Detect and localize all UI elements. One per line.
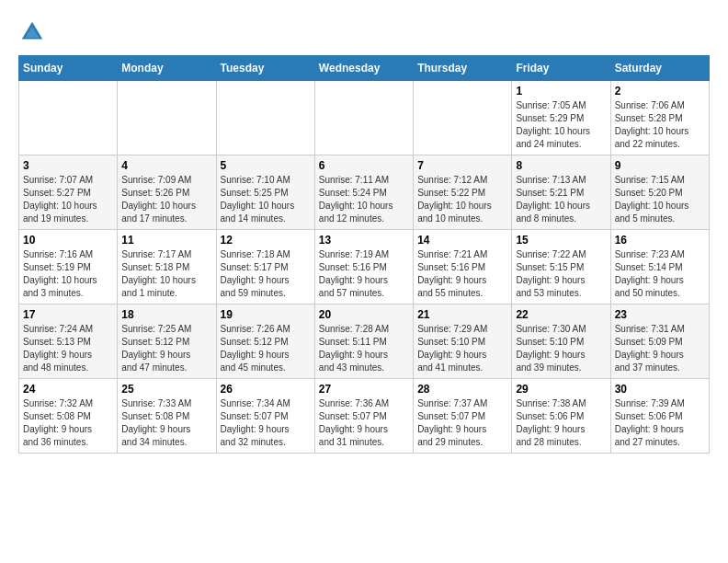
day-info: Sunrise: 7:15 AM Sunset: 5:20 PM Dayligh… xyxy=(615,174,705,225)
calendar-cell: 23Sunrise: 7:31 AM Sunset: 5:09 PM Dayli… xyxy=(610,304,709,379)
calendar-cell xyxy=(118,81,216,155)
day-number: 15 xyxy=(516,234,606,247)
calendar-cell: 18Sunrise: 7:25 AM Sunset: 5:12 PM Dayli… xyxy=(118,304,216,379)
day-number: 8 xyxy=(516,159,606,172)
day-number: 17 xyxy=(23,308,113,321)
day-of-week-header: Wednesday xyxy=(314,56,413,81)
calendar-cell: 28Sunrise: 7:37 AM Sunset: 5:07 PM Dayli… xyxy=(414,379,512,454)
day-of-week-header: Monday xyxy=(118,56,216,81)
day-of-week-header: Tuesday xyxy=(216,56,314,81)
calendar-cell xyxy=(216,81,314,155)
calendar-cell: 12Sunrise: 7:18 AM Sunset: 5:17 PM Dayli… xyxy=(216,230,314,304)
day-info: Sunrise: 7:22 AM Sunset: 5:15 PM Dayligh… xyxy=(516,248,606,300)
calendar-cell: 9Sunrise: 7:15 AM Sunset: 5:20 PM Daylig… xyxy=(610,155,709,230)
day-info: Sunrise: 7:12 AM Sunset: 5:22 PM Dayligh… xyxy=(417,174,507,225)
day-info: Sunrise: 7:17 AM Sunset: 5:18 PM Dayligh… xyxy=(121,248,211,300)
day-info: Sunrise: 7:11 AM Sunset: 5:24 PM Dayligh… xyxy=(319,174,409,225)
calendar-cell: 5Sunrise: 7:10 AM Sunset: 5:25 PM Daylig… xyxy=(216,155,314,230)
day-info: Sunrise: 7:36 AM Sunset: 5:07 PM Dayligh… xyxy=(319,397,409,449)
day-number: 4 xyxy=(121,159,211,172)
day-number: 14 xyxy=(417,234,507,247)
calendar-cell: 24Sunrise: 7:32 AM Sunset: 5:08 PM Dayli… xyxy=(19,379,118,454)
page-header xyxy=(18,18,710,46)
day-number: 22 xyxy=(516,308,606,321)
calendar-cell xyxy=(314,81,413,155)
day-number: 23 xyxy=(615,308,705,321)
calendar-cell: 27Sunrise: 7:36 AM Sunset: 5:07 PM Dayli… xyxy=(314,379,413,454)
logo xyxy=(18,18,48,46)
day-info: Sunrise: 7:23 AM Sunset: 5:14 PM Dayligh… xyxy=(615,248,705,300)
calendar-cell: 8Sunrise: 7:13 AM Sunset: 5:21 PM Daylig… xyxy=(512,155,610,230)
calendar-cell: 22Sunrise: 7:30 AM Sunset: 5:10 PM Dayli… xyxy=(512,304,610,379)
calendar-cell: 26Sunrise: 7:34 AM Sunset: 5:07 PM Dayli… xyxy=(216,379,314,454)
calendar-cell: 30Sunrise: 7:39 AM Sunset: 5:06 PM Dayli… xyxy=(610,379,709,454)
calendar-cell: 13Sunrise: 7:19 AM Sunset: 5:16 PM Dayli… xyxy=(314,230,413,304)
day-number: 26 xyxy=(221,383,311,396)
day-number: 18 xyxy=(121,308,211,321)
day-number: 12 xyxy=(221,234,311,247)
day-info: Sunrise: 7:37 AM Sunset: 5:07 PM Dayligh… xyxy=(417,397,507,449)
day-number: 5 xyxy=(221,159,311,172)
day-info: Sunrise: 7:34 AM Sunset: 5:07 PM Dayligh… xyxy=(221,397,311,449)
calendar-cell: 7Sunrise: 7:12 AM Sunset: 5:22 PM Daylig… xyxy=(414,155,512,230)
day-info: Sunrise: 7:07 AM Sunset: 5:27 PM Dayligh… xyxy=(23,174,113,225)
day-info: Sunrise: 7:30 AM Sunset: 5:10 PM Dayligh… xyxy=(516,323,606,374)
day-number: 24 xyxy=(23,383,113,396)
day-info: Sunrise: 7:10 AM Sunset: 5:25 PM Dayligh… xyxy=(221,174,311,225)
day-of-week-header: Sunday xyxy=(19,56,118,81)
calendar-cell: 19Sunrise: 7:26 AM Sunset: 5:12 PM Dayli… xyxy=(216,304,314,379)
calendar-cell: 25Sunrise: 7:33 AM Sunset: 5:08 PM Dayli… xyxy=(118,379,216,454)
logo-icon xyxy=(18,18,46,46)
day-number: 1 xyxy=(516,85,606,98)
day-number: 9 xyxy=(615,159,705,172)
calendar-cell: 21Sunrise: 7:29 AM Sunset: 5:10 PM Dayli… xyxy=(414,304,512,379)
day-number: 30 xyxy=(615,383,705,396)
calendar-week-row: 3Sunrise: 7:07 AM Sunset: 5:27 PM Daylig… xyxy=(19,155,710,230)
day-info: Sunrise: 7:29 AM Sunset: 5:10 PM Dayligh… xyxy=(417,323,507,374)
day-number: 6 xyxy=(319,159,409,172)
day-info: Sunrise: 7:33 AM Sunset: 5:08 PM Dayligh… xyxy=(121,397,211,449)
day-info: Sunrise: 7:26 AM Sunset: 5:12 PM Dayligh… xyxy=(221,323,311,374)
day-number: 11 xyxy=(121,234,211,247)
day-of-week-header: Friday xyxy=(512,56,610,81)
day-number: 29 xyxy=(516,383,606,396)
day-info: Sunrise: 7:28 AM Sunset: 5:11 PM Dayligh… xyxy=(319,323,409,374)
calendar-table: SundayMondayTuesdayWednesdayThursdayFrid… xyxy=(18,55,710,454)
calendar-week-row: 1Sunrise: 7:05 AM Sunset: 5:29 PM Daylig… xyxy=(19,81,710,155)
day-number: 10 xyxy=(23,234,113,247)
day-info: Sunrise: 7:19 AM Sunset: 5:16 PM Dayligh… xyxy=(319,248,409,300)
calendar-week-row: 24Sunrise: 7:32 AM Sunset: 5:08 PM Dayli… xyxy=(19,379,710,454)
calendar-header-row: SundayMondayTuesdayWednesdayThursdayFrid… xyxy=(19,56,710,81)
calendar-cell: 15Sunrise: 7:22 AM Sunset: 5:15 PM Dayli… xyxy=(512,230,610,304)
day-number: 13 xyxy=(319,234,409,247)
day-info: Sunrise: 7:16 AM Sunset: 5:19 PM Dayligh… xyxy=(23,248,113,300)
calendar-cell: 11Sunrise: 7:17 AM Sunset: 5:18 PM Dayli… xyxy=(118,230,216,304)
day-info: Sunrise: 7:31 AM Sunset: 5:09 PM Dayligh… xyxy=(615,323,705,374)
day-number: 25 xyxy=(121,383,211,396)
day-info: Sunrise: 7:24 AM Sunset: 5:13 PM Dayligh… xyxy=(23,323,113,374)
calendar-cell: 17Sunrise: 7:24 AM Sunset: 5:13 PM Dayli… xyxy=(19,304,118,379)
day-info: Sunrise: 7:32 AM Sunset: 5:08 PM Dayligh… xyxy=(23,397,113,449)
calendar-cell: 2Sunrise: 7:06 AM Sunset: 5:28 PM Daylig… xyxy=(610,81,709,155)
day-info: Sunrise: 7:25 AM Sunset: 5:12 PM Dayligh… xyxy=(121,323,211,374)
calendar-cell: 6Sunrise: 7:11 AM Sunset: 5:24 PM Daylig… xyxy=(314,155,413,230)
calendar-cell xyxy=(414,81,512,155)
calendar-cell: 1Sunrise: 7:05 AM Sunset: 5:29 PM Daylig… xyxy=(512,81,610,155)
day-number: 7 xyxy=(417,159,507,172)
calendar-cell: 20Sunrise: 7:28 AM Sunset: 5:11 PM Dayli… xyxy=(314,304,413,379)
calendar-cell: 10Sunrise: 7:16 AM Sunset: 5:19 PM Dayli… xyxy=(19,230,118,304)
day-of-week-header: Thursday xyxy=(414,56,512,81)
day-info: Sunrise: 7:13 AM Sunset: 5:21 PM Dayligh… xyxy=(516,174,606,225)
day-info: Sunrise: 7:21 AM Sunset: 5:16 PM Dayligh… xyxy=(417,248,507,300)
day-info: Sunrise: 7:38 AM Sunset: 5:06 PM Dayligh… xyxy=(516,397,606,449)
day-info: Sunrise: 7:05 AM Sunset: 5:29 PM Dayligh… xyxy=(516,99,606,151)
calendar-week-row: 10Sunrise: 7:16 AM Sunset: 5:19 PM Dayli… xyxy=(19,230,710,304)
day-number: 2 xyxy=(615,85,705,98)
day-of-week-header: Saturday xyxy=(610,56,709,81)
day-info: Sunrise: 7:39 AM Sunset: 5:06 PM Dayligh… xyxy=(615,397,705,449)
day-info: Sunrise: 7:09 AM Sunset: 5:26 PM Dayligh… xyxy=(121,174,211,225)
day-number: 28 xyxy=(417,383,507,396)
day-number: 19 xyxy=(221,308,311,321)
calendar-cell: 4Sunrise: 7:09 AM Sunset: 5:26 PM Daylig… xyxy=(118,155,216,230)
day-info: Sunrise: 7:06 AM Sunset: 5:28 PM Dayligh… xyxy=(615,99,705,151)
